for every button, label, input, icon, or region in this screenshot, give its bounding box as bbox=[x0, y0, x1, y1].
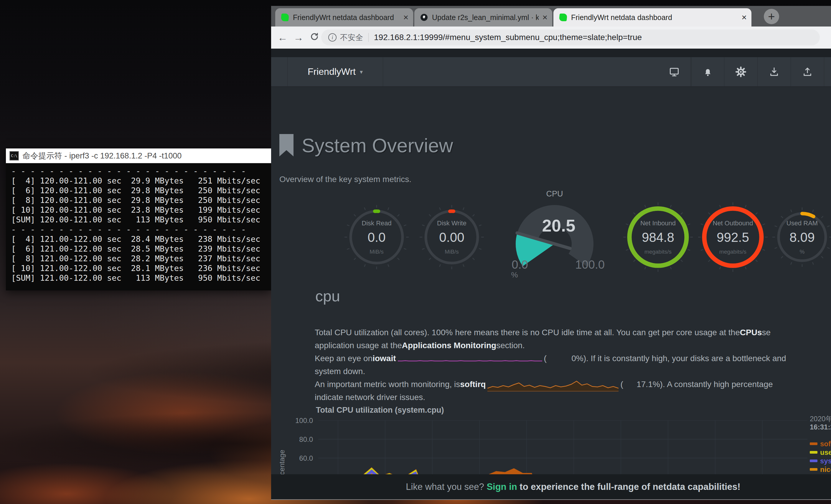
close-icon[interactable]: × bbox=[741, 13, 747, 22]
svg-text:0.0: 0.0 bbox=[512, 258, 528, 271]
terminal-line: [ 4] 121.00-122.00 sec 28.4 MBytes 238 M… bbox=[11, 234, 266, 244]
terminal-line: [ 10] 120.00-121.00 sec 23.8 MBytes 199 … bbox=[11, 205, 266, 215]
text-segment: %). A constantly high percentage bbox=[653, 380, 773, 389]
terminal-line: [ 8] 120.00-121.00 sec 29.8 MBytes 250 M… bbox=[11, 195, 266, 205]
highlight-term: softirq bbox=[460, 380, 486, 389]
browser-tab-2[interactable]: Update r2s_lean_minimal.yml · k× bbox=[414, 8, 552, 27]
net-inbound-gauge[interactable]: Net Inbound984.8megabits/s bbox=[623, 202, 693, 272]
metric-value: 17.1 bbox=[623, 380, 653, 389]
signin-banner: Like what you see? Sign in to experience… bbox=[271, 474, 831, 499]
browser-tab-1[interactable]: FriendlyWrt netdata dashboard× bbox=[275, 8, 413, 27]
text-segment: se bbox=[762, 328, 771, 337]
terminal-line: - - - - - - - - - - - - - - - - - - - - … bbox=[11, 225, 266, 234]
host-dropdown[interactable]: FriendlyWrt ▾ bbox=[287, 57, 383, 86]
legend-label: nice bbox=[820, 466, 831, 474]
svg-text:100.0: 100.0 bbox=[575, 258, 605, 271]
reload-icon bbox=[310, 32, 319, 43]
disk-write-gauge[interactable]: Disk Write0.00MiB/s bbox=[417, 202, 487, 272]
y-axis-tick: 100.0 bbox=[284, 416, 313, 425]
description-line: An important metric worth monitoring, is… bbox=[315, 378, 786, 391]
legend-item-softirq[interactable]: softirq bbox=[810, 440, 831, 448]
browser-tab-3[interactable]: FriendlyWrt netdata dashboard× bbox=[553, 8, 751, 27]
text-segment: ( bbox=[620, 380, 623, 389]
tab-title: Update r2s_lean_minimal.yml · k bbox=[432, 13, 539, 22]
net-outbound-gauge[interactable]: Net Outbound992.5megabits/s bbox=[697, 202, 768, 272]
legend-item-nice[interactable]: nice bbox=[810, 465, 831, 474]
svg-text:Disk Write: Disk Write bbox=[437, 219, 466, 227]
terminal-titlebar[interactable]: C:\ 命令提示符 - iperf3 -c 192.168.1.2 -P4 -t… bbox=[6, 148, 271, 163]
legend-swatch bbox=[810, 451, 818, 454]
monitor-icon bbox=[669, 66, 680, 77]
address-bar[interactable]: i 不安全 192.168.2.1:19999/#menu_system_sub… bbox=[321, 29, 820, 46]
terminal-line: [ 6] 120.00-121.00 sec 29.8 MBytes 250 M… bbox=[11, 185, 266, 195]
tab-title: FriendlyWrt netdata dashboard bbox=[571, 13, 738, 22]
info-icon[interactable]: i bbox=[328, 33, 337, 41]
legend-label: system bbox=[820, 457, 831, 465]
export-icon bbox=[802, 66, 813, 77]
cpu-section-title: cpu bbox=[315, 287, 340, 305]
back-button[interactable]: ← bbox=[276, 31, 289, 45]
desktop: C:\ 命令提示符 - iperf3 -c 192.168.1.2 -P4 -t… bbox=[0, 0, 831, 504]
tab-separator bbox=[413, 12, 413, 23]
legend-label: softirq bbox=[820, 440, 831, 448]
cpu-gauge[interactable]: CPU 20.50.0100.0% bbox=[505, 189, 605, 280]
svg-text:984.8: 984.8 bbox=[642, 230, 674, 244]
cpu-description: Total CPU utilization (all cores). 100% … bbox=[315, 326, 786, 404]
svg-text:MiB/s: MiB/s bbox=[445, 248, 459, 255]
text-segment: Keep an eye on bbox=[315, 354, 372, 363]
legend-item-user[interactable]: user bbox=[810, 448, 831, 456]
text-segment: system down. bbox=[315, 367, 365, 376]
text-segment: indicate network driver issues. bbox=[315, 393, 425, 402]
chart-time: 16:31:2 bbox=[810, 423, 831, 431]
section-header: System Overview bbox=[279, 134, 453, 156]
disk-read-gauge[interactable]: Disk Read0.0MiB/s bbox=[341, 202, 412, 272]
legend-swatch bbox=[810, 468, 818, 471]
tab-strip: + FriendlyWrt netdata dashboard×Update r… bbox=[271, 6, 831, 27]
legend-label: user bbox=[820, 448, 831, 456]
signin-link[interactable]: Sign in bbox=[487, 482, 517, 492]
terminal-output: - - - - - - - - - - - - - - - - - - - - … bbox=[6, 163, 271, 291]
new-tab-button[interactable]: + bbox=[764, 9, 779, 24]
reload-button[interactable] bbox=[308, 31, 321, 45]
highlight-term: Applications Monitoring bbox=[402, 341, 496, 350]
bell-button[interactable] bbox=[691, 57, 724, 86]
terminal-line: [ 10] 121.00-122.00 sec 28.1 MBytes 236 … bbox=[11, 263, 266, 273]
used-ram-gauge[interactable]: Used RAM8.09% bbox=[767, 202, 831, 272]
host-name: FriendlyWrt bbox=[308, 66, 356, 77]
tab-title: FriendlyWrt netdata dashboard bbox=[293, 13, 400, 22]
metric-value: 0 bbox=[547, 354, 576, 363]
description-line: indicate network driver issues. bbox=[315, 391, 786, 404]
cpu-gauge-title: CPU bbox=[505, 189, 605, 199]
url-text[interactable]: 192.168.2.1:19999/#menu_system_submenu_c… bbox=[374, 33, 642, 42]
gear-button[interactable] bbox=[724, 57, 757, 86]
page-subtitle: Overview of the key system metrics. bbox=[279, 175, 411, 184]
close-icon[interactable]: × bbox=[542, 13, 547, 22]
import-icon bbox=[769, 66, 779, 77]
svg-text:megabits/s: megabits/s bbox=[644, 248, 671, 255]
legend-swatch bbox=[810, 459, 818, 462]
legend-swatch bbox=[810, 442, 818, 445]
import-button[interactable] bbox=[757, 57, 791, 86]
softirq-sparkline bbox=[487, 377, 619, 392]
netdata-icon bbox=[559, 13, 568, 21]
reload bbox=[310, 32, 319, 41]
monitor-button[interactable] bbox=[658, 57, 691, 86]
terminal-line: [ 6] 121.00-122.00 sec 28.5 MBytes 239 M… bbox=[11, 244, 266, 254]
back-icon: ← bbox=[278, 32, 288, 43]
export-button[interactable] bbox=[791, 57, 824, 86]
bell-icon bbox=[703, 66, 713, 77]
chart-date: 2020年3 bbox=[810, 414, 831, 423]
signin-post: to experience the full-range of netdata … bbox=[519, 482, 740, 492]
text-segment: ( bbox=[544, 354, 547, 363]
security-label: 不安全 bbox=[340, 32, 363, 43]
gear-icon bbox=[736, 66, 746, 77]
legend-item-system[interactable]: system bbox=[810, 456, 831, 465]
forward-icon: → bbox=[293, 32, 304, 43]
close-icon[interactable]: × bbox=[403, 13, 408, 22]
github-icon bbox=[420, 13, 428, 21]
forward-button[interactable]: → bbox=[292, 31, 305, 45]
terminal-line: - - - - - - - - - - - - - - - - - - - - … bbox=[11, 166, 266, 176]
description-line: system down. bbox=[315, 365, 786, 378]
y-axis-tick: 80.0 bbox=[284, 435, 313, 444]
svg-text:MiB/s: MiB/s bbox=[370, 248, 384, 255]
